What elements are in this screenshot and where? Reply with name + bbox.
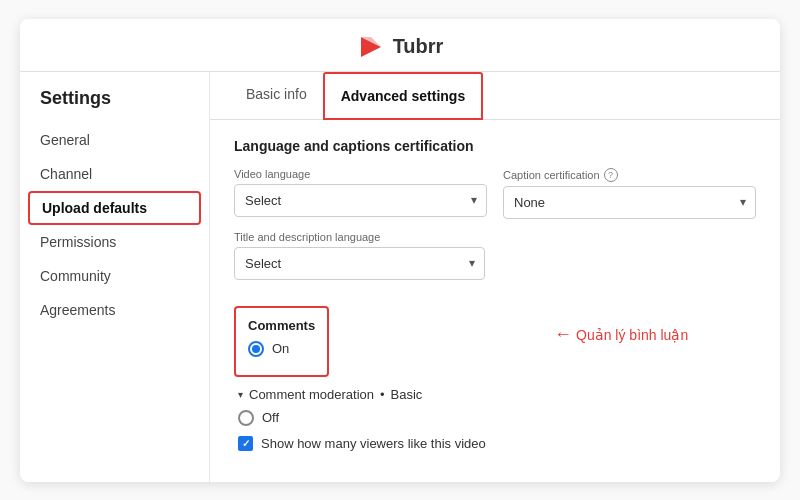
sidebar-item-permissions[interactable]: Permissions	[20, 225, 209, 259]
annotation-label: ← Quản lý bình luận	[554, 324, 688, 345]
title-desc-language-label: Title and description language	[234, 231, 485, 243]
comment-moderation-row: ▾ Comment moderation • Basic	[238, 387, 756, 402]
sidebar-title: Settings	[20, 88, 209, 123]
logo-text: Tubrr	[393, 35, 444, 58]
comments-on-radio[interactable]	[248, 341, 264, 357]
sidebar-item-community[interactable]: Community	[20, 259, 209, 293]
comments-on-label: On	[272, 341, 289, 356]
header: Tubrr	[20, 19, 780, 72]
language-section-title: Language and captions certification	[234, 138, 756, 154]
body-layout: Settings General Channel Upload defaults…	[20, 72, 780, 482]
sidebar-item-agreements[interactable]: Agreements	[20, 293, 209, 327]
video-language-select[interactable]: Select	[234, 184, 487, 217]
comments-on-option[interactable]: On	[248, 341, 315, 357]
app-container: Tubrr Settings General Channel Upload de…	[20, 19, 780, 482]
comment-moderation-level: Basic	[391, 387, 423, 402]
caption-certification-group: Caption certification ? None ▾	[503, 168, 756, 219]
caption-certification-label: Caption certification ?	[503, 168, 756, 182]
comments-section: Comments On	[234, 306, 329, 377]
caption-certification-wrapper: None ▾	[503, 186, 756, 219]
language-row-1: Video language Select ▾ Caption certific…	[234, 168, 756, 219]
annotation-wrapper: Comments On ← Quản lý bình luận	[234, 292, 756, 377]
video-language-label: Video language	[234, 168, 487, 180]
sidebar-item-channel[interactable]: Channel	[20, 157, 209, 191]
tab-basic-info[interactable]: Basic info	[230, 72, 323, 120]
tab-advanced-settings[interactable]: Advanced settings	[323, 72, 483, 120]
sidebar: Settings General Channel Upload defaults…	[20, 72, 210, 482]
tubrr-logo-icon	[357, 33, 385, 61]
sidebar-item-upload-defaults[interactable]: Upload defaults	[28, 191, 201, 225]
main-content: Basic info Advanced settings Language an…	[210, 72, 780, 482]
video-language-group: Video language Select ▾	[234, 168, 487, 219]
title-desc-language-group: Title and description language Select ▾	[234, 231, 485, 280]
below-comments-section: ▾ Comment moderation • Basic Off Show ho…	[234, 387, 756, 451]
caption-certification-select[interactable]: None	[503, 186, 756, 219]
caption-help-icon[interactable]: ?	[604, 168, 618, 182]
video-language-wrapper: Select ▾	[234, 184, 487, 217]
sidebar-item-general[interactable]: General	[20, 123, 209, 157]
annotation-text: Quản lý bình luận	[576, 326, 688, 342]
language-row-2: Title and description language Select ▾	[234, 231, 756, 280]
chevron-down-icon: ▾	[238, 389, 243, 400]
show-likes-label: Show how many viewers like this video	[261, 436, 486, 451]
title-desc-language-select[interactable]: Select	[234, 247, 485, 280]
comments-off-label: Off	[262, 410, 279, 425]
comments-label: Comments	[248, 318, 315, 333]
title-desc-language-wrapper: Select ▾	[234, 247, 485, 280]
comment-moderation-label: Comment moderation	[249, 387, 374, 402]
annotation-arrow-icon: ←	[554, 324, 572, 345]
show-likes-row[interactable]: Show how many viewers like this video	[238, 436, 756, 451]
comments-off-option[interactable]: Off	[238, 410, 756, 426]
tabs: Basic info Advanced settings	[210, 72, 780, 120]
content-area: Language and captions certification Vide…	[210, 120, 780, 469]
moderation-separator: •	[380, 387, 385, 402]
comments-off-radio[interactable]	[238, 410, 254, 426]
show-likes-checkbox[interactable]	[238, 436, 253, 451]
